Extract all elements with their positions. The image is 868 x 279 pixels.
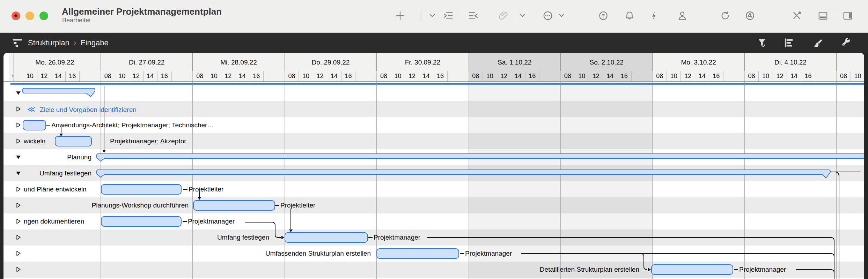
ellipsis-circle-icon[interactable] (543, 10, 553, 21)
toolbar-divider (421, 9, 421, 22)
toolbar-divider (514, 9, 514, 22)
document-status: Bearbeitet (62, 17, 91, 24)
chevron-down-icon[interactable] (556, 10, 567, 21)
minimize-button[interactable] (25, 12, 34, 20)
chevron-down-icon[interactable] (427, 10, 437, 21)
edited-indicator (14, 14, 17, 17)
panel-bottom-icon[interactable] (818, 10, 828, 21)
zoom-button[interactable] (39, 12, 48, 20)
chevron-down-icon[interactable] (517, 10, 528, 21)
dependency-links (3, 53, 864, 279)
tools-icon[interactable] (792, 10, 802, 21)
user-icon[interactable] (677, 10, 687, 21)
sync-icon[interactable] (720, 10, 730, 21)
bell-icon[interactable] (624, 10, 635, 21)
format-brush-icon[interactable] (812, 37, 824, 48)
network-icon[interactable] (745, 10, 755, 21)
help-icon[interactable]: ? (598, 10, 609, 21)
breadcrumb-separator: › (69, 38, 80, 47)
filter-icon[interactable] (757, 37, 768, 48)
title-bar: Allgemeiner Projektmanagementplan Bearbe… (0, 0, 868, 33)
breadcrumb-item[interactable]: Eingabe (80, 38, 109, 47)
bolt-icon[interactable] (649, 10, 660, 21)
panel-right-icon[interactable] (843, 10, 853, 21)
breadcrumb-bar: Strukturplan›Eingabe (0, 33, 868, 53)
gantt-panel: Mo. 26.09.22Di. 27.09.22Mi. 28.09.22Do. … (3, 53, 864, 279)
breadcrumb-item[interactable]: Strukturplan (28, 38, 69, 47)
paperclip-icon[interactable] (498, 10, 509, 21)
settings-wrench-icon[interactable] (840, 37, 851, 48)
close-button[interactable] (12, 12, 20, 20)
outdent-icon[interactable] (468, 10, 479, 21)
toolbar-divider (836, 9, 836, 22)
breadcrumb[interactable]: Strukturplan›Eingabe (28, 33, 109, 53)
outline-view-icon[interactable] (784, 37, 795, 48)
dependency-links-layer (3, 53, 864, 279)
toolbar-divider (461, 9, 461, 22)
structure-icon (12, 37, 23, 48)
indent-icon[interactable] (443, 10, 453, 21)
document-title: Allgemeiner Projektmanagementplan (62, 6, 222, 17)
plus-icon[interactable] (395, 10, 405, 21)
app-window: Allgemeiner Projektmanagementplan Bearbe… (0, 0, 868, 279)
svg-text:?: ? (602, 13, 605, 18)
